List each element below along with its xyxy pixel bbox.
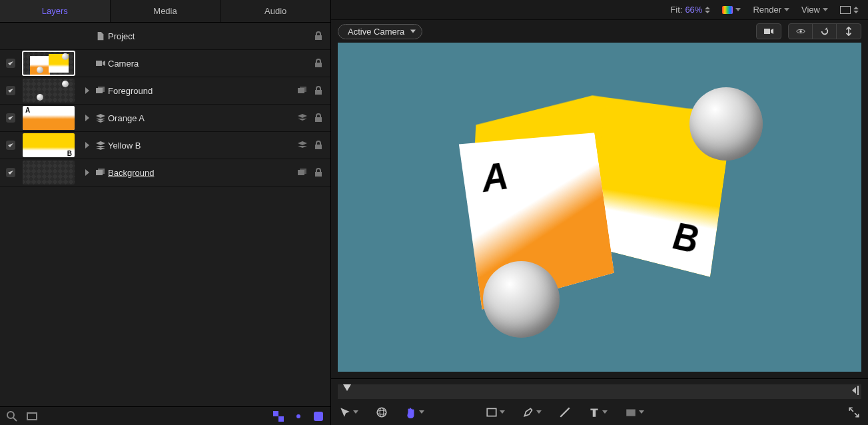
canvas-wrap: B A xyxy=(331,43,868,378)
layer-row-foreground[interactable]: Foreground xyxy=(0,77,330,105)
pass-through-icon[interactable] xyxy=(297,140,308,151)
tab-layers[interactable]: Layers xyxy=(0,0,111,22)
disclosure-icon[interactable] xyxy=(85,169,89,176)
svg-rect-3 xyxy=(300,87,306,92)
playhead-icon[interactable] xyxy=(343,384,351,391)
shape-tool[interactable] xyxy=(486,406,505,418)
disclosure-icon[interactable] xyxy=(85,87,89,94)
svg-rect-18 xyxy=(487,408,496,416)
3d-transform-tool[interactable] xyxy=(376,406,388,418)
canvas-viewport[interactable]: B A xyxy=(338,43,861,372)
visibility-checkbox[interactable] xyxy=(6,168,15,177)
frame-icon[interactable] xyxy=(27,411,37,422)
layer-row-orange-a[interactable]: A Orange A xyxy=(0,105,330,132)
layer-thumbnail[interactable]: A xyxy=(23,106,75,130)
tab-audio[interactable]: Audio xyxy=(220,0,330,22)
render-menu[interactable]: Render xyxy=(753,5,789,15)
pen-tool[interactable] xyxy=(522,406,542,418)
out-point-icon[interactable] xyxy=(855,386,859,395)
checker-icon[interactable] xyxy=(273,411,284,422)
rectangle-icon xyxy=(486,406,498,418)
layer-label[interactable]: Orange A xyxy=(108,113,297,123)
fit-label: Fit: xyxy=(670,5,682,15)
lock-icon[interactable] xyxy=(313,113,324,123)
layer-label[interactable]: Background xyxy=(108,168,297,178)
zoom-button[interactable] xyxy=(837,24,861,39)
svg-point-14 xyxy=(799,30,802,33)
layer-label[interactable]: Project xyxy=(108,31,313,41)
tab-media[interactable]: Media xyxy=(111,0,221,22)
roll-button[interactable] xyxy=(813,24,837,39)
pass-through-icon[interactable] xyxy=(297,113,308,123)
svg-point-16 xyxy=(377,410,386,414)
select-tool[interactable] xyxy=(339,406,358,418)
disclosure-icon[interactable] xyxy=(85,115,89,121)
visibility-checkbox[interactable] xyxy=(6,59,15,68)
canvas-toolbar: Active Camera xyxy=(331,20,868,43)
layer-thumbnail[interactable] xyxy=(23,51,75,75)
camera-dropdown[interactable]: Active Camera xyxy=(338,24,422,39)
disclosure-icon[interactable] xyxy=(85,142,89,149)
view-mode-single xyxy=(756,23,781,39)
svg-rect-11 xyxy=(278,416,284,422)
sphere-top-right xyxy=(689,87,763,161)
layers-footer xyxy=(0,406,330,425)
svg-rect-9 xyxy=(27,413,37,420)
svg-rect-5 xyxy=(98,169,105,174)
visibility-checkbox[interactable] xyxy=(6,86,15,95)
lock-icon[interactable] xyxy=(313,167,324,178)
arrow-icon xyxy=(339,406,351,418)
selection-color-menu[interactable] xyxy=(840,6,859,14)
layer-row-background[interactable]: Background xyxy=(0,159,330,187)
svg-rect-13 xyxy=(314,412,323,421)
empty-swatch-icon xyxy=(840,6,851,14)
mask-tool[interactable] xyxy=(625,406,644,418)
layer-thumbnail[interactable] xyxy=(23,161,75,185)
layer-list: Project Camera xyxy=(0,23,330,406)
color-channel-menu[interactable] xyxy=(722,6,741,14)
layer-thumbnail[interactable] xyxy=(23,79,75,103)
layers-panel: Layers Media Audio Project xyxy=(0,0,331,425)
color-swatch-icon xyxy=(722,6,733,14)
layer-label[interactable]: Camera xyxy=(108,59,313,69)
pan-tool[interactable] xyxy=(405,406,424,418)
layer-thumbnail[interactable]: B xyxy=(23,133,75,157)
visibility-checkbox[interactable] xyxy=(6,113,15,123)
group-icon xyxy=(95,168,106,177)
lock-icon[interactable] xyxy=(313,85,324,96)
panel-tab-bar: Layers Media Audio xyxy=(0,0,330,23)
svg-rect-1 xyxy=(98,87,105,92)
canvas-panel: Fit: 66% Render View Active Camera xyxy=(331,0,868,425)
gear-icon[interactable] xyxy=(293,411,304,422)
mask-icon[interactable] xyxy=(313,411,324,422)
tool-row xyxy=(331,399,868,425)
layer-label[interactable]: Foreground xyxy=(108,86,297,96)
fit-zoom-control[interactable]: Fit: 66% xyxy=(670,5,710,15)
camera-button[interactable] xyxy=(757,24,781,39)
layer-label[interactable]: Yellow B xyxy=(108,141,297,151)
layer-row-project[interactable]: Project xyxy=(0,23,330,50)
line-tool[interactable] xyxy=(559,406,571,418)
text-tool[interactable] xyxy=(588,406,608,418)
lock-icon[interactable] xyxy=(313,58,324,69)
svg-rect-19 xyxy=(626,409,636,416)
stack-icon[interactable] xyxy=(297,167,308,178)
layer-row-yellow-b[interactable]: B Yellow B xyxy=(0,132,330,159)
expand-icon[interactable] xyxy=(848,406,860,418)
lock-icon[interactable] xyxy=(313,31,324,41)
orbit-button[interactable] xyxy=(789,24,813,39)
zoom-value: 66% xyxy=(685,5,702,15)
camera-icon xyxy=(763,27,774,36)
search-icon[interactable] xyxy=(7,411,17,422)
lock-icon[interactable] xyxy=(313,140,324,151)
layer-row-camera[interactable]: Camera xyxy=(0,50,330,77)
stack-icon[interactable] xyxy=(297,85,308,96)
camera-icon xyxy=(95,59,106,68)
svg-point-8 xyxy=(7,412,14,418)
svg-rect-7 xyxy=(300,169,306,174)
visibility-checkbox[interactable] xyxy=(6,141,15,150)
timeline-ruler[interactable] xyxy=(338,384,861,399)
view-menu[interactable]: View xyxy=(801,5,828,15)
dolly-icon xyxy=(843,27,854,36)
svg-rect-10 xyxy=(273,411,278,416)
